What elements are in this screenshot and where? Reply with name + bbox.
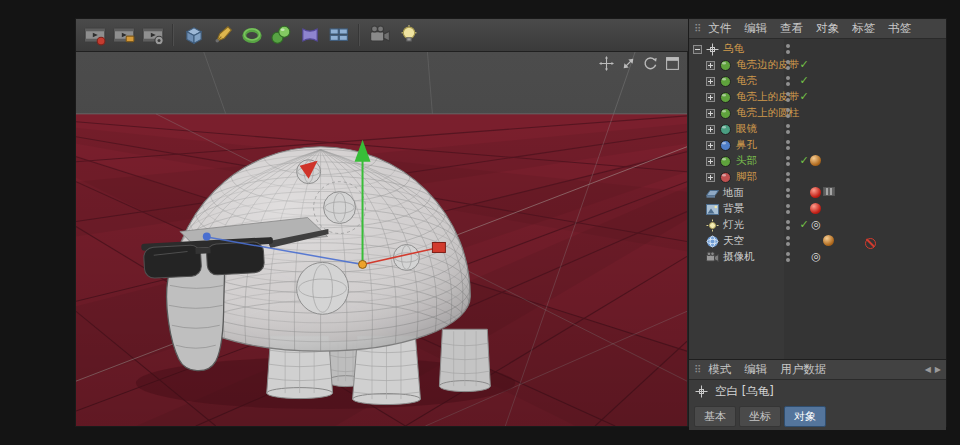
material-tag-icon[interactable] (810, 203, 821, 214)
enable-check-icon[interactable]: ✓ (798, 75, 810, 87)
menu-file[interactable]: 文件 (708, 21, 731, 36)
object-row[interactable]: 脚部 (689, 169, 946, 185)
material-tag-icon[interactable] (823, 235, 834, 246)
visibility-dots-toggle[interactable] (786, 156, 791, 167)
viewport-column (76, 19, 688, 426)
null-object-icon (706, 43, 720, 56)
add-primitive-cube-button[interactable] (180, 22, 207, 49)
material-tag-icon[interactable] (810, 155, 821, 166)
collapse-toggle-icon[interactable] (693, 45, 702, 54)
enable-check-icon[interactable]: ✓ (798, 219, 810, 231)
spline-pen-button[interactable] (209, 22, 236, 49)
material-tag-icon[interactable] (810, 187, 821, 198)
visibility-dots-toggle[interactable] (786, 44, 791, 55)
enable-check-icon[interactable]: ✓ (798, 59, 810, 71)
visibility-dots-toggle[interactable] (786, 108, 791, 119)
visibility-dots-toggle[interactable] (786, 188, 791, 199)
toolbar-separator (358, 24, 360, 46)
target-tag-icon[interactable]: ◎ (810, 219, 822, 231)
visibility-dots-toggle[interactable] (786, 60, 791, 71)
visibility-dots-toggle[interactable] (786, 140, 791, 151)
light-object-icon (706, 219, 720, 232)
am-tabs: 基本坐标对象 (689, 403, 946, 430)
expand-toggle-icon[interactable] (706, 77, 715, 86)
object-label: 龟壳 (736, 74, 757, 88)
visibility-dots-toggle[interactable] (786, 252, 791, 263)
menu-mode[interactable]: 模式 (708, 362, 731, 377)
expand-toggle-icon[interactable] (706, 61, 715, 70)
object-row[interactable]: 龟壳上的圆柱 (689, 105, 946, 121)
object-row[interactable]: 背景 (689, 201, 946, 217)
history-back-icon[interactable]: ◀ (925, 365, 931, 374)
compositing-tag-icon[interactable] (823, 187, 835, 196)
enable-check-icon[interactable]: ✓ (798, 155, 810, 167)
object-row[interactable]: 龟壳边的皮带✓ (689, 57, 946, 73)
object-row[interactable]: 摄像机◎ (689, 249, 946, 265)
object-manager: ⠿ 文件编辑查看对象标签书签 乌龟龟壳边的皮带✓龟壳✓龟壳上的皮带✓龟壳上的圆柱… (689, 19, 946, 359)
visibility-dots-toggle[interactable] (786, 204, 791, 215)
visibility-dots-toggle[interactable] (786, 236, 791, 247)
deformers-button[interactable] (296, 22, 323, 49)
clone-array-button[interactable] (325, 22, 352, 49)
expand-toggle-icon[interactable] (706, 109, 715, 118)
menu-objects[interactable]: 对象 (816, 21, 839, 36)
object-label: 头部 (736, 154, 757, 168)
viewport-nav (599, 56, 680, 71)
viewport-3d[interactable] (76, 52, 688, 426)
am-tab-1[interactable]: 坐标 (739, 406, 781, 427)
enable-check-icon[interactable]: ✓ (798, 91, 810, 103)
visibility-dots-toggle[interactable] (786, 92, 791, 103)
add-camera-button[interactable] (366, 22, 393, 49)
disabled-icon[interactable] (865, 238, 876, 249)
menu-view[interactable]: 查看 (780, 21, 803, 36)
object-row[interactable]: 眼镜 (689, 121, 946, 137)
visibility-dots-toggle[interactable] (786, 220, 791, 231)
expander-slot (705, 172, 717, 183)
object-row[interactable]: 地面 (689, 185, 946, 201)
expand-toggle-icon[interactable] (706, 157, 715, 166)
expand-toggle-icon[interactable] (706, 141, 715, 150)
scene-canvas (76, 52, 687, 426)
history-forward-icon[interactable]: ▶ (935, 365, 941, 374)
menu-edit[interactable]: 编辑 (744, 21, 767, 36)
object-row[interactable]: 天空 (689, 233, 946, 249)
pan-view-icon[interactable] (599, 56, 614, 71)
menu-tags[interactable]: 标签 (852, 21, 875, 36)
mesh-teal-object-icon (719, 123, 733, 136)
menu-edit[interactable]: 编辑 (744, 362, 767, 377)
rotate-view-icon[interactable] (643, 56, 658, 71)
generators-button[interactable] (238, 22, 265, 49)
visibility-dots-toggle[interactable] (786, 124, 791, 135)
expand-toggle-icon[interactable] (706, 93, 715, 102)
target-tag-icon[interactable]: ◎ (810, 251, 822, 263)
object-row[interactable]: 龟壳✓ (689, 73, 946, 89)
am-tab-0[interactable]: 基本 (694, 406, 736, 427)
visibility-dots-toggle[interactable] (786, 76, 791, 87)
expand-toggle-icon[interactable] (706, 125, 715, 134)
object-row[interactable]: 灯光✓◎ (689, 217, 946, 233)
sky-object-icon (706, 235, 720, 248)
expand-toggle-icon[interactable] (706, 173, 715, 182)
om-menu-items: 文件编辑查看对象标签书签 (708, 21, 911, 36)
object-row[interactable]: 乌龟 (689, 41, 946, 57)
add-light-button[interactable] (395, 22, 422, 49)
visibility-dots-toggle[interactable] (786, 172, 791, 183)
panel-grip-icon[interactable]: ⠿ (694, 23, 700, 34)
object-row[interactable]: 鼻孔 (689, 137, 946, 153)
menu-bookmarks[interactable]: 书签 (888, 21, 911, 36)
object-label: 地面 (723, 186, 744, 200)
render-to-picture-viewer-button[interactable] (110, 22, 137, 49)
expander-slot (692, 204, 704, 215)
toggle-layout-icon[interactable] (665, 56, 680, 71)
render-settings-button[interactable] (139, 22, 166, 49)
object-row[interactable]: 头部✓ (689, 153, 946, 169)
mesh-blue-object-icon (719, 139, 733, 152)
am-tab-2[interactable]: 对象 (784, 406, 826, 427)
panel-grip-icon[interactable]: ⠿ (694, 364, 700, 375)
object-row[interactable]: 龟壳上的皮带✓ (689, 89, 946, 105)
mesh-green-object-icon (719, 91, 733, 104)
menu-userdata[interactable]: 用户数据 (780, 362, 826, 377)
dolly-view-icon[interactable] (621, 56, 636, 71)
volume-modeling-button[interactable] (267, 22, 294, 49)
render-view-button[interactable] (81, 22, 108, 49)
